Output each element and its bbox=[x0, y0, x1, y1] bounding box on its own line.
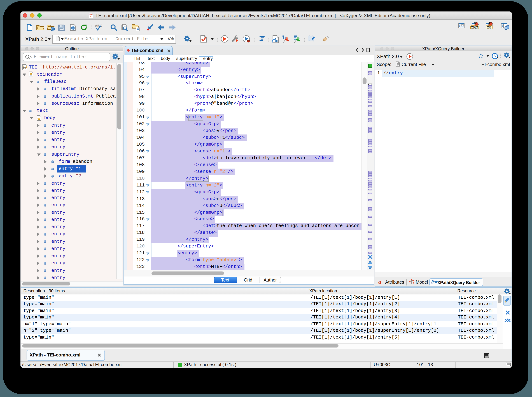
svg-text:XQ: XQ bbox=[487, 26, 491, 29]
svg-text:ABC: ABC bbox=[95, 24, 102, 27]
svg-text:✱: ✱ bbox=[146, 27, 150, 32]
svg-text:XSLT: XSLT bbox=[471, 26, 478, 29]
svg-text:TEI: TEI bbox=[24, 68, 26, 69]
